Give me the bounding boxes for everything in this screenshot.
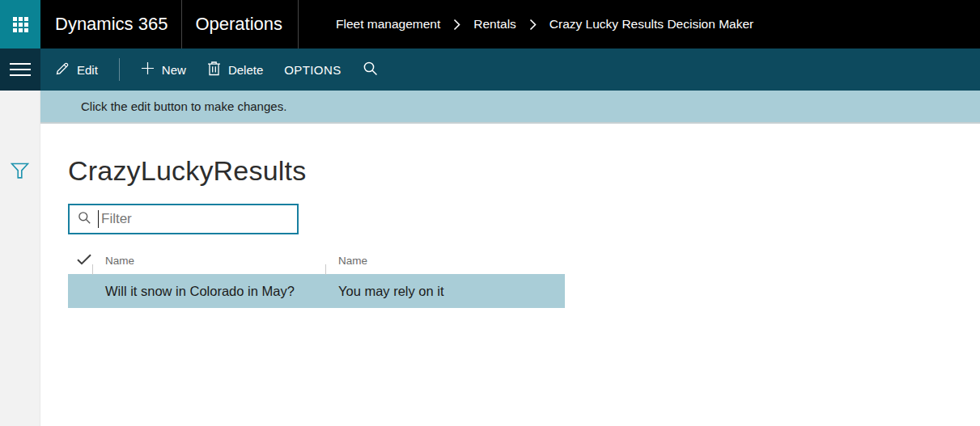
nav-pane-toggle-button[interactable] (0, 49, 40, 91)
edit-button-label: Edit (77, 63, 98, 77)
filter-pane-button[interactable] (11, 162, 29, 180)
options-menu-button[interactable]: OPTIONS (284, 63, 341, 77)
delete-button-label: Delete (228, 63, 263, 77)
column-header-name-2[interactable]: Name (326, 247, 565, 274)
top-app-bar: Dynamics 365 Operations Fleet management… (0, 0, 980, 49)
plus-icon (141, 61, 155, 78)
edit-button[interactable]: Edit (55, 61, 98, 78)
options-button-label: OPTIONS (284, 63, 341, 77)
new-button[interactable]: New (141, 61, 186, 78)
command-bar-actions: Edit New Delete OPTIONS (40, 49, 980, 91)
hamburger-icon (10, 63, 31, 76)
grid-header-row: Name Name (68, 247, 565, 274)
input-search-icon (78, 211, 91, 228)
app-launcher-button[interactable] (0, 0, 40, 49)
row-name-cell: Will it snow in Colorado in May? (93, 284, 326, 299)
select-all-header[interactable] (68, 247, 93, 274)
page-title: CrazyLuckyResults (68, 153, 980, 188)
toolbar-divider (119, 58, 120, 81)
trash-icon (207, 61, 221, 78)
breadcrumb-chevron-icon (453, 19, 460, 31)
filter-input[interactable] (99, 211, 291, 227)
breadcrumb-item-module[interactable]: Fleet management (336, 17, 440, 32)
breadcrumb: Fleet management Rentals Crazy Lucky Res… (299, 0, 753, 49)
breadcrumb-item-area[interactable]: Rentals (473, 17, 516, 32)
delete-button[interactable]: Delete (207, 61, 263, 78)
toolbar-search-icon (363, 61, 379, 79)
breadcrumb-chevron-icon (529, 19, 537, 31)
quick-filter-box[interactable] (68, 204, 299, 234)
table-row[interactable]: Will it snow in Colorado in May? You may… (68, 274, 565, 308)
notification-message: Click the edit button to make changes. (81, 99, 286, 113)
notification-bar: Click the edit button to make changes. (40, 91, 980, 124)
edit-pencil-icon (55, 61, 70, 78)
waffle-icon (13, 17, 28, 32)
product-name: Dynamics 365 (55, 14, 168, 35)
toolbar-search-button[interactable] (363, 61, 379, 79)
row-value-cell: You may rely on it (326, 284, 565, 299)
filter-funnel-icon (11, 171, 29, 183)
column-header-name-1[interactable]: Name (93, 247, 326, 274)
suite-name-label: Operations (182, 0, 298, 49)
select-all-checkmark-icon (77, 254, 91, 268)
command-bar: Edit New Delete OPTIONS (0, 49, 980, 91)
breadcrumb-item-page[interactable]: Crazy Lucky Results Decision Maker (549, 17, 753, 32)
left-rail (0, 91, 40, 426)
page-content: CrazyLuckyResults Name Name Will it snow… (40, 124, 980, 308)
dynamics-home-link[interactable]: Dynamics 365 (40, 0, 181, 49)
new-button-label: New (162, 63, 186, 77)
results-grid: Name Name Will it snow in Colorado in Ma… (68, 247, 565, 308)
